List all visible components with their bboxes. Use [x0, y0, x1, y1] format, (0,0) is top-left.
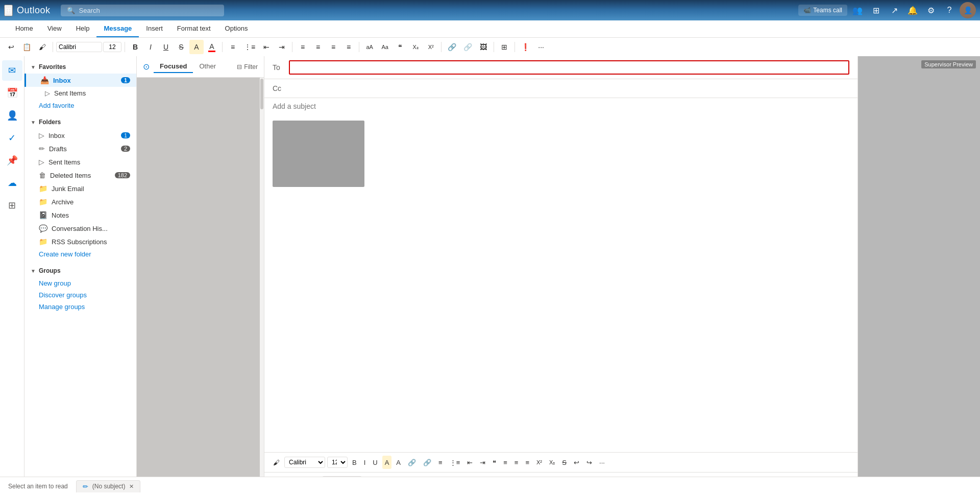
status-tab-compose[interactable]: ✏ (No subject) ✕ — [76, 480, 141, 492]
scroll-thumb[interactable] — [260, 79, 263, 109]
table-button[interactable]: ⊞ — [497, 40, 511, 54]
compose-body[interactable] — [264, 114, 857, 452]
compose-subscript-btn[interactable]: X₂ — [547, 456, 557, 469]
nav-stickynotes[interactable]: 📌 — [2, 150, 22, 171]
compose-subject-input[interactable] — [273, 102, 849, 110]
sidebar-item-archive[interactable]: 📁 Archive — [24, 195, 136, 208]
sort-button-2[interactable]: Aa — [378, 40, 392, 54]
center-button[interactable]: ≡ — [311, 40, 325, 54]
tab-message[interactable]: Message — [96, 20, 139, 37]
tab-view[interactable]: View — [40, 20, 69, 37]
unlink-button[interactable]: 🔗 — [460, 40, 475, 54]
link-button[interactable]: 🔗 — [445, 40, 459, 54]
compose-align-left-btn[interactable]: ≡ — [501, 456, 510, 469]
sidebar-item-drafts[interactable]: ✏ Drafts 2 — [24, 142, 136, 155]
align-right-button[interactable]: ≡ — [326, 40, 340, 54]
nav-people[interactable]: 👤 — [2, 105, 22, 126]
help-icon-btn[interactable]: ? — [941, 2, 958, 18]
indent-decrease-button[interactable]: ⇤ — [259, 40, 274, 54]
sort-button[interactable]: aA — [362, 40, 377, 54]
nav-mail[interactable]: ✉ — [2, 60, 22, 81]
scroll-track[interactable] — [260, 78, 264, 494]
strikethrough-button[interactable]: S — [174, 40, 188, 54]
sidebar-item-rss[interactable]: 📁 RSS Subscriptions — [24, 235, 136, 248]
create-folder-link[interactable]: Create new folder — [24, 248, 136, 260]
discover-groups-link[interactable]: Discover groups — [24, 289, 136, 301]
compose-quote-btn[interactable]: ❝ — [490, 456, 499, 469]
filter-button[interactable]: ⊟ Filter — [237, 63, 258, 70]
compose-align-right-btn[interactable]: ≡ — [523, 456, 532, 469]
compose-redo-btn[interactable]: ↪ — [584, 456, 595, 469]
tab-other[interactable]: Other — [193, 60, 222, 73]
nav-apps[interactable]: ⊞ — [2, 195, 22, 216]
sidebar-item-junk[interactable]: 📁 Junk Email — [24, 182, 136, 195]
sidebar-item-inbox[interactable]: ▷ Inbox 1 — [24, 129, 136, 142]
sidebar-item-inbox-favorite[interactable]: 📥 Inbox 1 — [24, 74, 136, 87]
compose-indent-dec-btn[interactable]: ⇤ — [464, 456, 475, 469]
clipboard-button[interactable]: 📋 — [19, 40, 34, 54]
quote-button[interactable]: ❝ — [393, 40, 407, 54]
nav-tasks[interactable]: ✓ — [2, 128, 22, 148]
compose-bullets-btn[interactable]: ≡ — [436, 456, 445, 469]
compose-font-select[interactable]: Calibri — [284, 457, 325, 468]
compose-undo-btn[interactable]: ↩ — [571, 456, 582, 469]
sidebar-item-sent[interactable]: ▷ Sent Items — [24, 155, 136, 169]
search-box[interactable]: 🔍 — [61, 5, 224, 16]
teams-call-button[interactable]: 📹 Teams call — [798, 5, 847, 16]
compose-superscript-btn[interactable]: X² — [534, 456, 545, 469]
folders-header[interactable]: ▼ Folders — [24, 115, 136, 129]
compose-link-btn[interactable]: 🔗 — [405, 456, 419, 469]
indent-increase-button[interactable]: ⇥ — [275, 40, 289, 54]
compose-numbering-btn[interactable]: ⋮≡ — [447, 456, 463, 469]
compose-more-btn[interactable]: ··· — [597, 456, 607, 469]
superscript-button[interactable]: X² — [424, 40, 438, 54]
sidebar-item-sent-favorite[interactable]: ▷ Sent Items — [24, 87, 136, 100]
bold-button[interactable]: B — [128, 40, 142, 54]
undo-button[interactable]: ↩ — [4, 40, 18, 54]
highlight-button[interactable]: A — [189, 40, 204, 54]
tab-options[interactable]: Options — [218, 20, 255, 37]
tab-insert[interactable]: Insert — [139, 20, 170, 37]
compose-size-select[interactable]: 12 — [327, 457, 348, 468]
compose-fontcolor-btn[interactable]: A — [394, 456, 403, 469]
tab-format-text[interactable]: Format text — [170, 20, 218, 37]
underline-button[interactable]: U — [159, 40, 173, 54]
font-color-button[interactable]: A — [205, 40, 219, 54]
favorites-header[interactable]: ▼ Favorites — [24, 60, 136, 74]
importance-button[interactable]: ❗ — [518, 40, 533, 54]
people-icon-btn[interactable]: 👥 — [849, 2, 866, 18]
search-input[interactable] — [79, 7, 212, 14]
groups-header[interactable]: ▼ Groups — [24, 264, 136, 277]
sidebar-item-conversation[interactable]: 💬 Conversation His... — [24, 222, 136, 235]
compose-cc-input[interactable] — [289, 83, 849, 93]
sidebar-item-deleted[interactable]: 🗑 Deleted Items 182 — [24, 169, 136, 182]
subscript-button[interactable]: X₂ — [408, 40, 423, 54]
nav-onedrive[interactable]: ☁ — [2, 173, 22, 193]
add-favorite-link[interactable]: Add favorite — [24, 100, 136, 111]
more-button[interactable]: ··· — [534, 40, 548, 54]
share-icon-btn[interactable]: ↗ — [886, 2, 902, 18]
font-name-input[interactable] — [56, 42, 102, 52]
align-left-button[interactable]: ≡ — [296, 40, 310, 54]
justify-button[interactable]: ≡ — [341, 40, 356, 54]
compose-bold-btn[interactable]: B — [350, 456, 359, 469]
font-size-input[interactable] — [103, 42, 121, 52]
tab-help[interactable]: Help — [69, 20, 97, 37]
tab-home[interactable]: Home — [8, 20, 40, 37]
compose-indent-inc-btn[interactable]: ⇥ — [477, 456, 488, 469]
compose-align-center-btn[interactable]: ≡ — [512, 456, 521, 469]
format-painter-button[interactable]: 🖌 — [35, 40, 50, 54]
bell-icon-btn[interactable]: 🔔 — [904, 2, 921, 18]
compose-unlink-btn[interactable]: 🔗 — [421, 456, 434, 469]
compose-strikethrough-btn[interactable]: S — [559, 456, 569, 469]
avatar[interactable]: 👤 — [960, 2, 976, 18]
app-grid-button[interactable]: ⊞ — [4, 5, 13, 16]
format-clear-btn[interactable]: 🖌 — [271, 456, 282, 469]
status-tab-close-button[interactable]: ✕ — [129, 483, 134, 490]
manage-groups-link[interactable]: Manage groups — [24, 301, 136, 313]
numbering-button[interactable]: ⋮≡ — [241, 40, 258, 54]
settings-icon-btn[interactable]: ⚙ — [923, 2, 939, 18]
sidebar-item-notes[interactable]: 📓 Notes — [24, 208, 136, 222]
bullets-button[interactable]: ≡ — [226, 40, 240, 54]
compose-italic-btn[interactable]: I — [361, 456, 369, 469]
